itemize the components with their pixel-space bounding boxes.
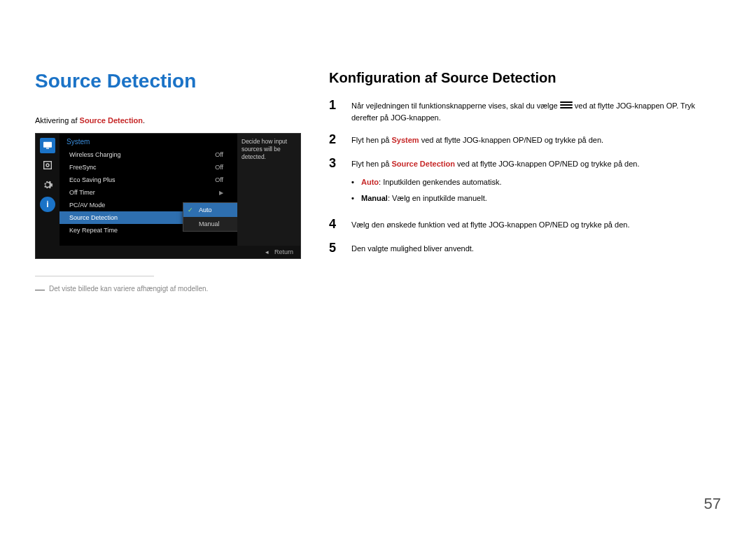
divider: [35, 276, 154, 276]
step-text: Flyt hen på: [351, 160, 391, 168]
step-body: Den valgte mulighed bliver anvendt.: [351, 241, 721, 255]
step-number: 2: [329, 133, 342, 147]
osd-description: Decide how input sources will be detecte…: [237, 134, 300, 246]
osd-row-label: Source Detection: [69, 214, 118, 221]
page-number: 57: [704, 495, 721, 513]
svg-rect-1: [46, 148, 49, 148]
return-arrow-icon: ◂: [265, 248, 269, 255]
footnote: ―Det viste billede kan variere afhængigt…: [35, 283, 301, 295]
svg-rect-0: [43, 142, 52, 148]
step-1: 1 Når vejledningen til funktionsknappern…: [329, 99, 721, 123]
monitor-icon: [40, 138, 55, 153]
osd-row-label: Off Timer: [69, 189, 95, 196]
osd-row-wireless: Wireless ChargingOff: [59, 148, 237, 161]
menu-icon: [560, 101, 573, 110]
osd-row-label: Eco Saving Plus: [69, 176, 115, 183]
step-number: 4: [329, 218, 342, 232]
intro-prefix: Aktivering af: [35, 116, 80, 125]
step-text: Flyt hen på: [351, 136, 391, 144]
step-body: Flyt hen på System ved at flytte JOG-kna…: [351, 133, 721, 147]
footnote-text: Det viste billede kan variere afhængigt …: [49, 285, 208, 293]
osd-footer: ◂ Return: [36, 246, 300, 258]
osd-row-eco: Eco Saving PlusOff: [59, 174, 237, 186]
step-2: 2 Flyt hen på System ved at flytte JOG-k…: [329, 133, 721, 147]
step-number: 1: [329, 99, 342, 123]
osd-section-title: System: [59, 134, 237, 148]
step-4: 4 Vælg den ønskede funktion ved at flytt…: [329, 218, 721, 232]
osd-row-freesync: FreeSyncOff: [59, 161, 237, 174]
osd-row-offtimer: Off Timer▶: [59, 186, 237, 199]
step-body: Vælg den ønskede funktion ved at flytte …: [351, 218, 721, 232]
sub-text: : Inputkilden genkendes automatisk.: [379, 178, 502, 186]
step-list: 1 Når vejledningen til funktionsknappern…: [329, 99, 721, 255]
step-em: System: [391, 136, 419, 144]
sub-em: Manual: [361, 194, 388, 202]
step-5: 5 Den valgte mulighed bliver anvendt.: [329, 241, 721, 255]
picture-icon: [40, 157, 55, 173]
step-text: Når vejledningen til funktionsknapperne …: [351, 101, 560, 110]
intro-em: Source Detection: [80, 116, 143, 125]
intro-suffix: .: [143, 116, 145, 125]
page-title: Source Detection: [35, 70, 301, 92]
intro-text: Aktivering af Source Detection.: [35, 116, 301, 125]
svg-rect-2: [44, 162, 52, 169]
sub-text: : Vælg en inputkilde manuelt.: [388, 194, 487, 202]
osd-row-value: Off: [215, 176, 223, 183]
sub-em: Auto: [361, 178, 379, 186]
gear-icon: [40, 177, 55, 192]
sub-item-manual: Manual: Vælg en inputkilde manuelt.: [351, 192, 721, 204]
step-number: 3: [329, 157, 342, 209]
step-body: Når vejledningen til funktionsknapperne …: [351, 99, 721, 123]
sub-item-auto: Auto: Inputkilden genkendes automatisk.: [351, 176, 721, 188]
dash-icon: ―: [35, 283, 45, 295]
step-3: 3 Flyt hen på Source Detection ved at fl…: [329, 157, 721, 209]
osd-row-value: Off: [215, 164, 223, 171]
osd-row-label: Wireless Charging: [69, 151, 121, 158]
step-number: 5: [329, 241, 342, 255]
step-text: ved at flytte JOG-knappen OP/NED og tryk…: [455, 160, 640, 168]
osd-sidebar: i: [36, 134, 59, 258]
section-heading: Konfiguration af Source Detection: [329, 70, 721, 86]
sub-list: Auto: Inputkilden genkendes automatisk. …: [351, 176, 721, 204]
step-text: ved at flytte JOG-knappen OP/NED og tryk…: [419, 136, 604, 144]
osd-row-value: Off: [215, 151, 223, 158]
step-em: Source Detection: [391, 160, 454, 168]
osd-screenshot: i System Wireless ChargingOff FreeSyncOf…: [35, 133, 301, 259]
osd-row-label: PC/AV Mode: [69, 202, 105, 209]
step-body: Flyt hen på Source Detection ved at flyt…: [351, 157, 721, 209]
osd-row-label: FreeSync: [69, 164, 97, 171]
chevron-right-icon: ▶: [219, 190, 223, 196]
svg-point-3: [46, 164, 49, 167]
osd-row-label: Key Repeat Time: [69, 227, 118, 234]
info-icon: i: [40, 197, 55, 212]
return-label: Return: [274, 248, 293, 255]
